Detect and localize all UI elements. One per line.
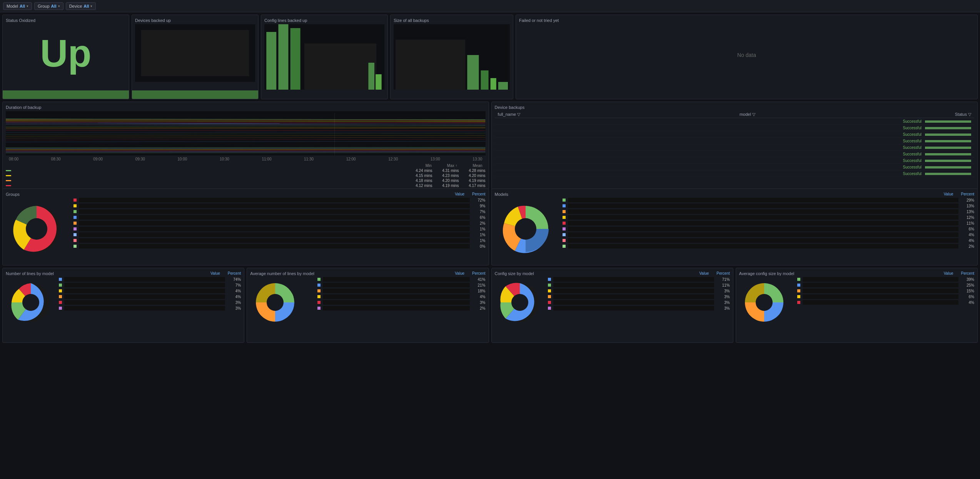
devices-backed-panel: Devices backed up — [132, 15, 259, 99]
size-chart-area — [394, 24, 510, 90]
table-row[interactable]: Successful — [495, 151, 975, 157]
cs-value-header: Value — [699, 271, 709, 275]
models-pie — [495, 198, 556, 260]
timeseries-svg — [6, 111, 486, 155]
x-label-9: 12:30 — [388, 157, 398, 161]
models-legend-header: Value Percent — [563, 192, 975, 196]
devices-backed-title: Devices backed up — [135, 18, 255, 23]
table-row[interactable]: Successful — [495, 144, 975, 151]
legend-list-item: 25% — [797, 283, 974, 287]
legend-rows: 4.24 mins 4.31 mins 4.28 mins 4.15 mins … — [6, 169, 486, 188]
timeseries-plot — [6, 111, 486, 155]
ac-percent-header: Percent — [961, 271, 974, 275]
avg-lines-legend: Value Percent 41% 21% 18% 4% 3% — [317, 271, 486, 339]
lines-model-legend: Value Percent 74% 7% 4% 4% 3% — [59, 271, 241, 339]
table-row[interactable]: Successful — [495, 131, 975, 138]
models-pie-svg — [495, 198, 556, 260]
col-fullname[interactable]: full_name ▽ — [495, 111, 736, 118]
legend-list-item: 15% — [797, 289, 974, 293]
groups-legend-items: 72% 9% 7% 6% 2% 1% 1% 1% — [73, 198, 486, 249]
duration-panel: Duration of backup 4.17 mins 3.33 mins 2… — [2, 102, 489, 190]
lines-model-pie-svg — [6, 277, 56, 327]
pies-row: Groups Value Percent — [2, 189, 978, 265]
status-green-bar — [3, 90, 129, 99]
svg-line-37 — [6, 152, 486, 152]
groups-percent-header: Percent — [472, 192, 485, 196]
svg-line-17 — [6, 122, 486, 123]
svg-rect-9 — [396, 40, 465, 90]
cell-model — [736, 144, 857, 151]
svg-line-19 — [6, 124, 486, 124]
group-filter-value: All — [51, 4, 57, 8]
legend-list-item: 12% — [563, 215, 975, 220]
lines-model-left: Number of lines by model — [6, 271, 56, 339]
legend-list-item: 2% — [73, 221, 486, 225]
table-row[interactable]: Successful — [495, 157, 975, 164]
legend-max-header: Max ↑ — [447, 164, 457, 168]
al-value-header: Value — [455, 271, 464, 275]
table-row[interactable]: Successful — [495, 125, 975, 131]
x-label-8: 12:00 — [346, 157, 356, 161]
groups-left: Groups — [6, 192, 70, 262]
duration-title: Duration of backup — [6, 105, 486, 110]
config-size-panel: Config size by model Value Percent — [491, 268, 733, 343]
svg-point-41 — [26, 218, 47, 240]
legend-list-item: 4% — [563, 238, 975, 243]
model-filter-arrow: ▾ — [27, 4, 28, 8]
avg-config-pie-svg — [739, 277, 789, 327]
svg-rect-4 — [290, 28, 301, 90]
svg-rect-11 — [481, 70, 489, 90]
device-table-body: Successful Successful Successful Success… — [495, 118, 975, 177]
svg-line-35 — [6, 150, 486, 151]
col-status[interactable]: Status ▽ — [857, 111, 974, 118]
legend-list-item: 4% — [317, 294, 486, 299]
svg-line-14 — [6, 119, 486, 120]
device-table-scroll[interactable]: full_name ▽ model ▽ Status ▽ Successful … — [495, 111, 975, 177]
device-table: full_name ▽ model ▽ Status ▽ Successful … — [495, 111, 975, 177]
group-filter-label: Group — [38, 4, 50, 8]
model-filter[interactable]: Model All ▾ — [3, 2, 32, 10]
legend-list-item: 7% — [59, 283, 241, 287]
avg-config-panel: Average config size by model Value Perc — [736, 268, 978, 343]
legend-list-item: 4% — [563, 232, 975, 237]
legend-list-item: 11% — [563, 221, 975, 225]
config-bars-svg — [264, 24, 384, 90]
table-row[interactable]: Successful — [495, 170, 975, 177]
groups-pie-svg — [6, 198, 67, 260]
lm-value-header: Value — [210, 271, 220, 275]
legend-list-item: 3% — [548, 294, 730, 299]
legend-row: 4.12 mins 4.19 mins 4.17 mins — [6, 184, 486, 188]
col-model[interactable]: model ▽ — [736, 111, 857, 118]
cell-status: Successful — [857, 164, 974, 170]
table-row[interactable]: Successful — [495, 118, 975, 125]
legend-list-item: 39% — [797, 277, 974, 282]
groups-title: Groups — [6, 192, 67, 197]
table-row[interactable]: Successful — [495, 138, 975, 144]
svg-line-22 — [6, 127, 486, 128]
svg-rect-7 — [376, 74, 382, 90]
cell-model — [736, 125, 857, 131]
device-filter[interactable]: Device All ▾ — [66, 2, 96, 10]
avg-config-title: Average config size by model — [739, 271, 795, 276]
config-size-legend-items: 71% 11% 3% 3% 3% 3% — [548, 277, 730, 310]
models-legend-items: 29% 13% 13% 12% 11% 6% 4% — [563, 198, 975, 249]
cell-status: Successful — [857, 125, 974, 131]
bottom-row: Number of lines by model Value Percent — [2, 268, 978, 343]
groups-legend-header: Value Percent — [73, 192, 486, 196]
lm-percent-header: Percent — [228, 271, 241, 275]
config-chart-area — [264, 24, 384, 90]
legend-list-item: 3% — [548, 306, 730, 310]
svg-line-33 — [6, 149, 486, 149]
config-size-left: Config size by model — [495, 271, 545, 339]
model-filter-label: Model — [7, 4, 18, 8]
group-filter[interactable]: Group All ▾ — [34, 2, 63, 10]
svg-line-34 — [6, 150, 486, 150]
svg-rect-2 — [266, 32, 276, 90]
legend-list-item: 1% — [73, 238, 486, 243]
table-row[interactable]: Successful — [495, 164, 975, 170]
lines-model-panel: Number of lines by model Value Percent — [2, 268, 244, 343]
svg-point-49 — [511, 294, 528, 311]
models-value-header: Value — [944, 192, 953, 196]
groups-pie — [6, 198, 67, 260]
legend-list-item: 0% — [73, 244, 486, 249]
